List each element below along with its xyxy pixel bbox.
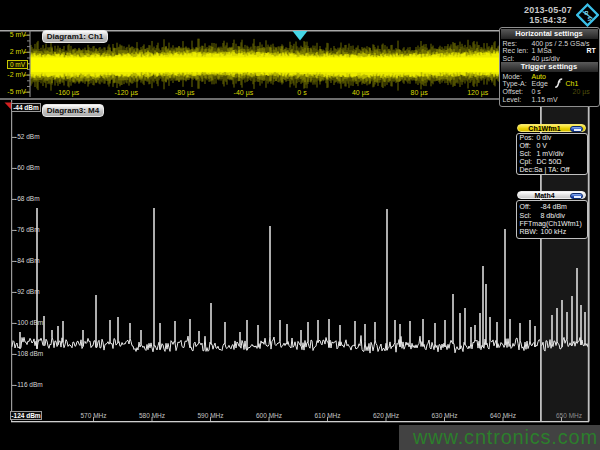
svg-text:R: R bbox=[584, 10, 588, 16]
svg-text:S: S bbox=[587, 16, 591, 22]
